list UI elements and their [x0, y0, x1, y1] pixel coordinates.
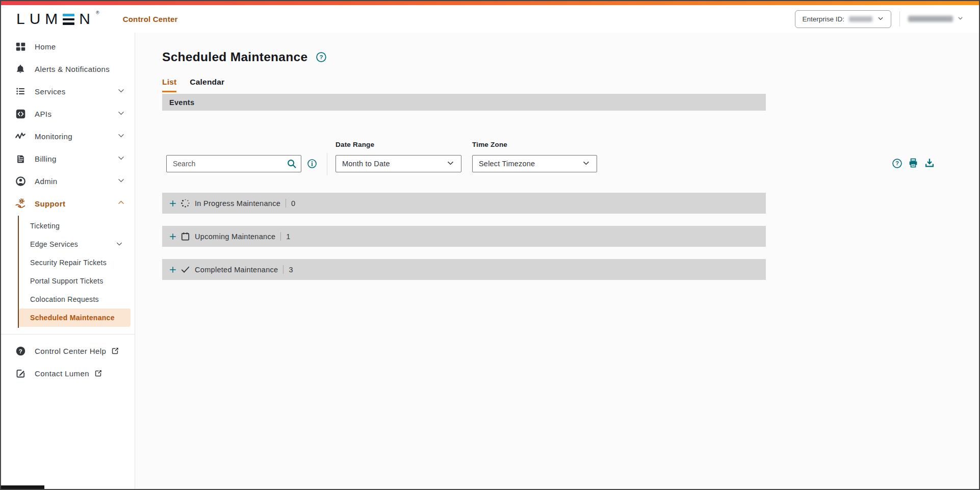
- expand-plus-icon[interactable]: [169, 233, 177, 241]
- date-range-select[interactable]: Month to Date: [336, 155, 461, 172]
- sidebar-item-alerts-notifications[interactable]: Alerts & Notifications: [1, 58, 135, 80]
- sidebar-item-apis[interactable]: APIs: [1, 102, 135, 125]
- sidebar-subitem-scheduled-maintenance[interactable]: Scheduled Maintenance: [19, 308, 131, 327]
- list-icon: [15, 86, 26, 97]
- info-icon[interactable]: [307, 159, 317, 169]
- section-upcoming-maintenance[interactable]: Upcoming Maintenance 1: [162, 226, 766, 247]
- sidebar-subitem-label: Scheduled Maintenance: [30, 314, 115, 322]
- section-count-divider: [286, 199, 286, 208]
- support-hand-gear-icon: [15, 198, 26, 209]
- time-zone-value: Select Timezone: [479, 160, 535, 168]
- external-link-icon: [111, 347, 119, 355]
- filter-divider: [327, 153, 327, 175]
- sidebar-subitem-label: Security Repair Tickets: [30, 259, 107, 267]
- sidebar-subitem-security-repair-tickets[interactable]: Security Repair Tickets: [19, 253, 131, 272]
- chevron-up-icon: [117, 198, 125, 209]
- print-icon[interactable]: [908, 158, 919, 169]
- support-subnav: Ticketing Edge Services Security Repair …: [18, 216, 135, 328]
- chevron-down-icon: [117, 176, 125, 186]
- sidebar-item-monitoring[interactable]: Monitoring: [1, 125, 135, 147]
- chevron-down-icon: [582, 159, 590, 169]
- sidebar-item-label: APIs: [35, 110, 51, 118]
- search-icon[interactable]: [287, 159, 297, 169]
- username-redacted: [908, 16, 953, 22]
- chevron-down-icon: [115, 240, 123, 249]
- header-right: Enterprise ID:: [795, 10, 966, 28]
- chevron-down-icon: [117, 86, 125, 96]
- lumen-logo-e-glyph: [63, 14, 74, 25]
- tab-list[interactable]: List: [162, 78, 176, 92]
- view-tabs: List Calendar: [162, 78, 224, 92]
- svg-text:?: ?: [895, 160, 899, 166]
- sidebar-item-contact-lumen[interactable]: Contact Lumen: [1, 362, 135, 384]
- events-panel-header: Events: [162, 94, 766, 111]
- expand-plus-icon[interactable]: [169, 266, 177, 274]
- chevron-down-icon: [877, 15, 884, 23]
- events-header-label: Events: [169, 98, 194, 107]
- svg-text:$: $: [18, 156, 20, 160]
- sidebar-item-label: Admin: [35, 177, 58, 186]
- user-icon: [15, 175, 26, 187]
- app-title: Control Center: [123, 15, 178, 23]
- registered-trademark: ®: [96, 10, 99, 15]
- sidebar-item-support[interactable]: Support: [1, 192, 135, 215]
- sidebar-subitem-label: Portal Support Tickets: [30, 277, 104, 285]
- section-label: In Progress Maintenance: [195, 199, 280, 208]
- chevron-down-icon: [117, 109, 125, 119]
- edit-icon: [15, 368, 26, 379]
- sidebar-item-admin[interactable]: Admin: [1, 170, 135, 192]
- sidebar-item-home[interactable]: Home: [1, 35, 135, 58]
- page-help-icon[interactable]: ?: [316, 51, 327, 63]
- date-range-label: Date Range: [336, 141, 374, 148]
- sidebar-subitem-edge-services[interactable]: Edge Services: [19, 235, 131, 253]
- chevron-down-icon: [117, 153, 125, 164]
- sidebar-item-services[interactable]: Services: [1, 80, 135, 102]
- enterprise-id-value-redacted: [849, 16, 872, 22]
- bell-icon: [15, 63, 26, 74]
- sidebar-subitem-ticketing[interactable]: Ticketing: [19, 217, 131, 235]
- page-title-row: Scheduled Maintenance ?: [162, 50, 327, 64]
- section-count-divider: [280, 232, 281, 241]
- brand-gradient-stripe: [1, 1, 979, 5]
- svg-text:?: ?: [18, 348, 22, 354]
- sidebar-nav: Home Alerts & Notifications Services: [1, 33, 135, 490]
- home-grid-icon: [15, 41, 26, 52]
- chevron-down-icon: [117, 131, 125, 141]
- sidebar-subitem-label: Colocation Requests: [30, 295, 99, 303]
- sidebar-divider: [1, 334, 135, 334]
- expand-plus-icon[interactable]: [169, 199, 177, 208]
- sidebar-item-billing[interactable]: $ Billing: [1, 147, 135, 170]
- bottom-bar-fragment: [1, 485, 44, 489]
- section-in-progress-maintenance[interactable]: In Progress Maintenance 0: [162, 193, 766, 214]
- sidebar-subitem-portal-support-tickets[interactable]: Portal Support Tickets: [19, 272, 131, 290]
- sidebar-item-label: Alerts & Notifications: [35, 65, 110, 73]
- time-zone-select[interactable]: Select Timezone: [472, 155, 597, 172]
- enterprise-id-dropdown[interactable]: Enterprise ID:: [795, 10, 891, 28]
- sidebar-item-label: Contact Lumen: [35, 369, 89, 378]
- svg-text:?: ?: [320, 54, 323, 60]
- section-completed-maintenance[interactable]: Completed Maintenance 3: [162, 259, 766, 280]
- help-circle-icon: ?: [15, 345, 26, 356]
- download-icon[interactable]: [924, 158, 935, 169]
- section-count: 0: [291, 199, 295, 208]
- sidebar-item-label: Home: [35, 42, 56, 51]
- enterprise-id-label: Enterprise ID:: [802, 15, 844, 23]
- page-title: Scheduled Maintenance: [162, 50, 307, 64]
- section-count-divider: [283, 265, 283, 274]
- sidebar-item-label: Support: [35, 199, 65, 208]
- section-count: 3: [289, 266, 293, 274]
- lumen-logo[interactable]: LUMN ®: [16, 11, 99, 27]
- sidebar-item-control-center-help[interactable]: ? Control Center Help: [1, 340, 135, 362]
- tab-calendar[interactable]: Calendar: [190, 78, 224, 92]
- sidebar-item-label: Services: [35, 87, 66, 96]
- sidebar-item-label: Control Center Help: [35, 347, 106, 355]
- help-circle-icon[interactable]: ?: [892, 158, 902, 169]
- top-header: LUMN ® Control Center Enterprise ID:: [1, 5, 979, 33]
- calendar-icon: [180, 231, 190, 241]
- check-icon: [180, 265, 190, 274]
- sidebar-subitem-colocation-requests[interactable]: Colocation Requests: [19, 290, 131, 308]
- sidebar-item-label: Monitoring: [35, 132, 72, 141]
- pulse-icon: [15, 131, 26, 142]
- search-input[interactable]: [166, 155, 301, 172]
- user-menu-dropdown[interactable]: [908, 14, 966, 23]
